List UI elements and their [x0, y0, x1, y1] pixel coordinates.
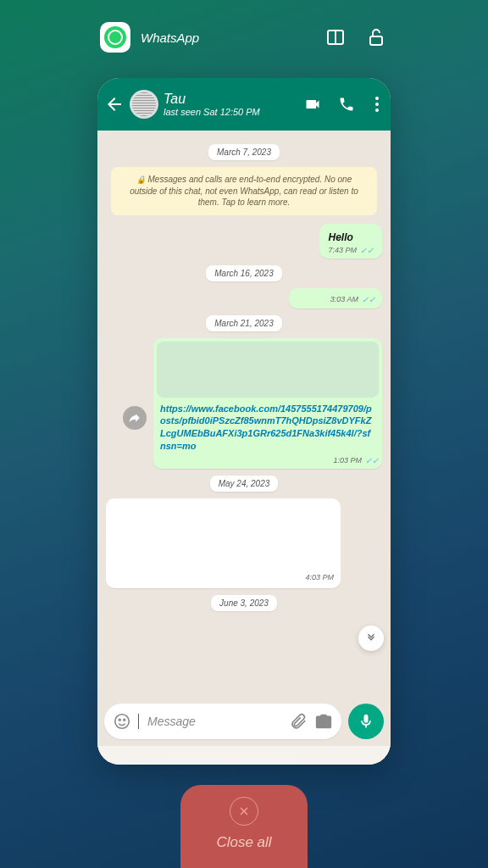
input-placeholder: Message [147, 715, 282, 728]
date-separator: March 21, 2023 [206, 315, 282, 331]
svg-point-5 [124, 719, 125, 721]
svg-rect-2 [370, 36, 382, 45]
message-text: Hello [328, 231, 352, 243]
date-separator: June 3, 2023 [211, 595, 277, 611]
split-screen-icon[interactable] [325, 27, 346, 47]
whatsapp-app-icon[interactable] [100, 22, 130, 53]
outgoing-link-message[interactable]: https://www.facebook.com/145755517447970… [153, 338, 382, 469]
lock-open-icon[interactable] [366, 27, 386, 47]
chat-header: Tau last seen Sat 12:50 PM [97, 78, 391, 131]
incoming-message[interactable]: 4:03 PM [106, 498, 341, 588]
message-input-row: Message [97, 698, 391, 746]
link-preview-thumbnail [157, 342, 379, 398]
link-url-text: https://www.facebook.com/145755517447970… [157, 403, 379, 454]
message-time: 4:03 PM [306, 573, 335, 581]
close-icon [230, 797, 258, 826]
attach-icon[interactable] [289, 712, 308, 731]
emoji-icon[interactable] [113, 712, 131, 731]
scroll-to-bottom-button[interactable] [358, 626, 384, 651]
video-call-icon[interactable] [304, 96, 321, 113]
app-name-label: WhatsApp [141, 31, 315, 45]
task-switcher-header: WhatsApp [0, 0, 488, 61]
svg-point-3 [115, 715, 130, 729]
message-time: 7:43 PM [328, 246, 357, 254]
date-separator: May 24, 2023 [210, 476, 279, 492]
voice-call-icon[interactable] [338, 96, 355, 113]
app-preview-card[interactable]: Tau last seen Sat 12:50 PM March 7, 2023… [97, 78, 391, 765]
outgoing-message[interactable]: 3:03 AM ✓✓ [289, 288, 382, 309]
forward-icon[interactable] [123, 406, 147, 430]
encryption-notice[interactable]: 🔒 Messages and calls are end-to-end encr… [111, 167, 377, 215]
nav-bar-area [97, 746, 391, 765]
read-ticks-icon: ✓✓ [360, 246, 374, 255]
last-seen-label: last seen Sat 12:50 PM [164, 107, 294, 117]
more-menu-icon[interactable] [372, 97, 382, 112]
back-arrow-icon[interactable] [104, 94, 125, 114]
chat-title-block[interactable]: Tau last seen Sat 12:50 PM [164, 92, 294, 117]
svg-point-4 [119, 719, 120, 721]
contact-name: Tau [164, 92, 294, 107]
message-time: 1:03 PM [333, 456, 362, 465]
close-all-button[interactable]: Close all [180, 785, 308, 868]
message-time: 3:03 AM [330, 295, 358, 303]
read-ticks-icon: ✓✓ [362, 295, 375, 304]
read-ticks-icon: ✓✓ [365, 456, 379, 465]
chat-messages-area[interactable]: March 7, 2023 🔒 Messages and calls are e… [97, 131, 391, 698]
voice-record-button[interactable] [348, 704, 384, 739]
close-all-label: Close all [180, 834, 308, 851]
outgoing-message[interactable]: Hello 7:43 PM ✓✓ [319, 224, 382, 259]
lock-icon: 🔒 [136, 175, 146, 184]
message-input[interactable]: Message [104, 704, 341, 739]
camera-icon[interactable] [314, 712, 333, 731]
text-cursor [138, 714, 139, 729]
date-separator: March 7, 2023 [208, 144, 280, 160]
contact-avatar[interactable] [130, 90, 158, 119]
date-separator: March 16, 2023 [206, 265, 282, 281]
